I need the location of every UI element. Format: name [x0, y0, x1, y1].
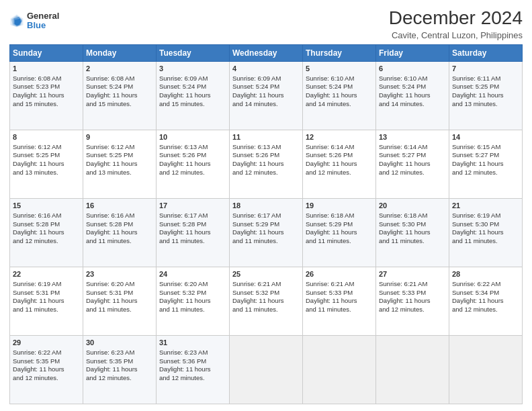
day-number: 30	[86, 338, 153, 348]
title-block: December 2024 Cavite, Central Luzon, Phi…	[389, 8, 523, 40]
calendar-cell: 30Sunrise: 6:23 AMSunset: 5:35 PMDayligh…	[83, 335, 157, 404]
day-info-line: Sunrise: 6:16 AM	[86, 212, 153, 220]
day-info-line: Daylight: 11 hours	[306, 228, 373, 237]
day-info-line: and 12 minutes.	[13, 374, 80, 383]
calendar-week-4: 22Sunrise: 6:19 AMSunset: 5:31 PMDayligh…	[10, 267, 523, 335]
day-info-line: Sunrise: 6:13 AM	[232, 143, 300, 152]
day-info-line: Sunset: 5:24 PM	[379, 83, 446, 91]
day-info-line: Daylight: 11 hours	[13, 160, 80, 169]
day-number: 12	[306, 132, 373, 142]
day-number: 1	[13, 64, 80, 74]
day-info-line: Sunset: 5:24 PM	[232, 83, 300, 91]
calendar-cell	[376, 335, 449, 404]
day-info-line: Sunset: 5:26 PM	[306, 151, 373, 160]
col-header-wednesday: Wednesday	[230, 44, 303, 61]
logo-blue: Blue	[27, 20, 59, 31]
day-info-line: Sunrise: 6:21 AM	[232, 280, 300, 289]
day-info-line: Sunrise: 6:12 AM	[13, 143, 80, 152]
day-info-line: Daylight: 11 hours	[86, 297, 153, 306]
day-info-line: Sunset: 5:24 PM	[306, 83, 373, 91]
day-number: 20	[379, 201, 446, 211]
calendar-cell: 17Sunrise: 6:17 AMSunset: 5:28 PMDayligh…	[157, 198, 230, 267]
day-info-line: Sunrise: 6:14 AM	[379, 143, 446, 152]
day-info-line: Daylight: 11 hours	[159, 91, 226, 100]
day-info-line: and 14 minutes.	[306, 100, 373, 109]
day-info-line: Sunset: 5:28 PM	[86, 220, 153, 229]
day-info-line: Daylight: 11 hours	[306, 160, 373, 169]
day-info-line: Sunrise: 6:19 AM	[13, 280, 80, 289]
day-number: 29	[13, 338, 80, 348]
day-info-line: Daylight: 11 hours	[159, 228, 226, 237]
day-number: 11	[232, 132, 300, 142]
day-info-line: and 15 minutes.	[159, 100, 226, 109]
day-info-line: Sunrise: 6:17 AM	[159, 212, 226, 220]
day-info-line: Sunrise: 6:23 AM	[159, 349, 226, 357]
day-number: 8	[13, 132, 80, 142]
calendar-cell: 24Sunrise: 6:20 AMSunset: 5:32 PMDayligh…	[157, 267, 230, 335]
day-info-line: Sunset: 5:31 PM	[86, 289, 153, 298]
day-info-line: Daylight: 11 hours	[13, 297, 80, 306]
subtitle: Cavite, Central Luzon, Philippines	[389, 30, 523, 40]
col-header-thursday: Thursday	[303, 44, 376, 61]
day-number: 3	[159, 64, 226, 74]
day-info-line: and 11 minutes.	[232, 237, 300, 246]
day-info-line: Daylight: 11 hours	[232, 228, 300, 237]
day-info-line: and 11 minutes.	[159, 237, 226, 246]
day-info-line: Sunrise: 6:10 AM	[379, 75, 446, 83]
day-number: 21	[452, 201, 519, 211]
day-number: 28	[452, 269, 519, 279]
day-info-line: Sunrise: 6:20 AM	[86, 280, 153, 289]
day-info-line: and 15 minutes.	[86, 100, 153, 109]
day-info-line: Sunset: 5:36 PM	[159, 357, 226, 366]
day-info-line: Sunset: 5:28 PM	[13, 220, 80, 229]
day-number: 5	[306, 64, 373, 74]
day-info-line: and 12 minutes.	[86, 374, 153, 383]
day-number: 13	[379, 132, 446, 142]
calendar-cell: 7Sunrise: 6:11 AMSunset: 5:25 PMDaylight…	[449, 61, 523, 130]
page: General Blue December 2024 Cavite, Centr…	[0, 0, 532, 411]
day-number: 24	[159, 269, 226, 279]
calendar-week-2: 8Sunrise: 6:12 AMSunset: 5:25 PMDaylight…	[10, 130, 523, 198]
day-info-line: Sunset: 5:32 PM	[232, 289, 300, 298]
day-info-line: Daylight: 11 hours	[379, 160, 446, 169]
day-info-line: Sunrise: 6:13 AM	[159, 143, 226, 152]
day-info-line: and 12 minutes.	[232, 169, 300, 177]
day-info-line: Daylight: 11 hours	[13, 228, 80, 237]
day-info-line: Sunset: 5:25 PM	[86, 151, 153, 160]
day-info-line: and 15 minutes.	[13, 100, 80, 109]
col-header-saturday: Saturday	[449, 44, 523, 61]
col-header-monday: Monday	[83, 44, 157, 61]
day-info-line: and 12 minutes.	[13, 237, 80, 246]
day-info-line: Sunset: 5:24 PM	[86, 83, 153, 91]
calendar-week-5: 29Sunrise: 6:22 AMSunset: 5:35 PMDayligh…	[10, 335, 523, 404]
day-info-line: Daylight: 11 hours	[379, 297, 446, 306]
day-info-line: Sunrise: 6:09 AM	[232, 75, 300, 83]
calendar-cell: 11Sunrise: 6:13 AMSunset: 5:26 PMDayligh…	[230, 130, 303, 198]
day-info-line: Sunrise: 6:18 AM	[379, 212, 446, 220]
day-info-line: and 11 minutes.	[13, 306, 80, 314]
calendar-cell	[230, 335, 303, 404]
day-info-line: Sunrise: 6:11 AM	[452, 75, 519, 83]
day-info-line: Sunrise: 6:18 AM	[306, 212, 373, 220]
day-info-line: Sunset: 5:30 PM	[379, 220, 446, 229]
day-number: 18	[232, 201, 300, 211]
day-info-line: Sunset: 5:29 PM	[232, 220, 300, 229]
day-info-line: and 11 minutes.	[86, 237, 153, 246]
col-header-sunday: Sunday	[10, 44, 83, 61]
day-info-line: Sunrise: 6:21 AM	[379, 280, 446, 289]
main-title: December 2024	[389, 8, 523, 29]
day-number: 25	[232, 269, 300, 279]
day-info-line: Daylight: 11 hours	[13, 91, 80, 100]
day-info-line: Sunset: 5:25 PM	[452, 83, 519, 91]
day-info-line: Daylight: 11 hours	[86, 228, 153, 237]
day-info-line: and 13 minutes.	[452, 100, 519, 109]
calendar-cell	[303, 335, 376, 404]
day-info-line: Sunset: 5:33 PM	[379, 289, 446, 298]
day-info-line: and 12 minutes.	[159, 374, 226, 383]
calendar-cell: 9Sunrise: 6:12 AMSunset: 5:25 PMDaylight…	[83, 130, 157, 198]
calendar-cell	[449, 335, 523, 404]
day-info-line: Sunset: 5:28 PM	[159, 220, 226, 229]
day-info-line: Sunrise: 6:22 AM	[13, 349, 80, 357]
calendar-week-1: 1Sunrise: 6:08 AMSunset: 5:23 PMDaylight…	[10, 61, 523, 130]
day-number: 22	[13, 269, 80, 279]
